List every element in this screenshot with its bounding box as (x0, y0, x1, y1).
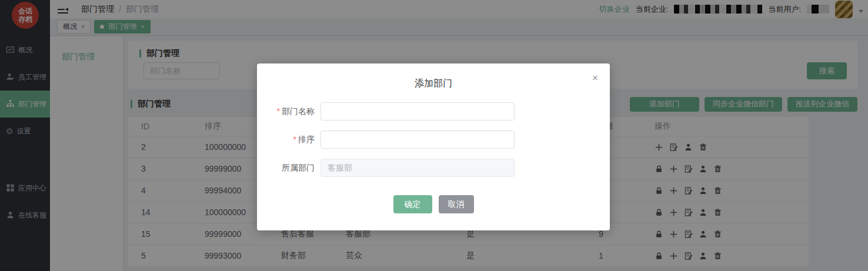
form-row-sort: *排序 (257, 131, 610, 149)
cancel-button[interactable]: 取消 (439, 195, 474, 213)
parent-department-field (321, 159, 515, 177)
confirm-button[interactable]: 确定 (393, 195, 432, 213)
required-mark: * (277, 106, 280, 116)
close-icon[interactable]: × (592, 73, 598, 83)
field-label: *部门名称 (257, 106, 315, 117)
modal-title: 添加部门 (257, 63, 610, 90)
sort-field[interactable] (321, 131, 515, 149)
form-row-department-name: *部门名称 (257, 102, 610, 121)
add-department-modal: 添加部门 × *部门名称 *排序 所属部门 确定 取消 (257, 63, 610, 230)
department-name-field[interactable] (321, 102, 515, 121)
form-row-parent-department: 所属部门 (257, 159, 610, 177)
field-label: 所属部门 (257, 163, 315, 173)
required-mark: * (293, 135, 296, 144)
field-label: *排序 (257, 135, 315, 145)
